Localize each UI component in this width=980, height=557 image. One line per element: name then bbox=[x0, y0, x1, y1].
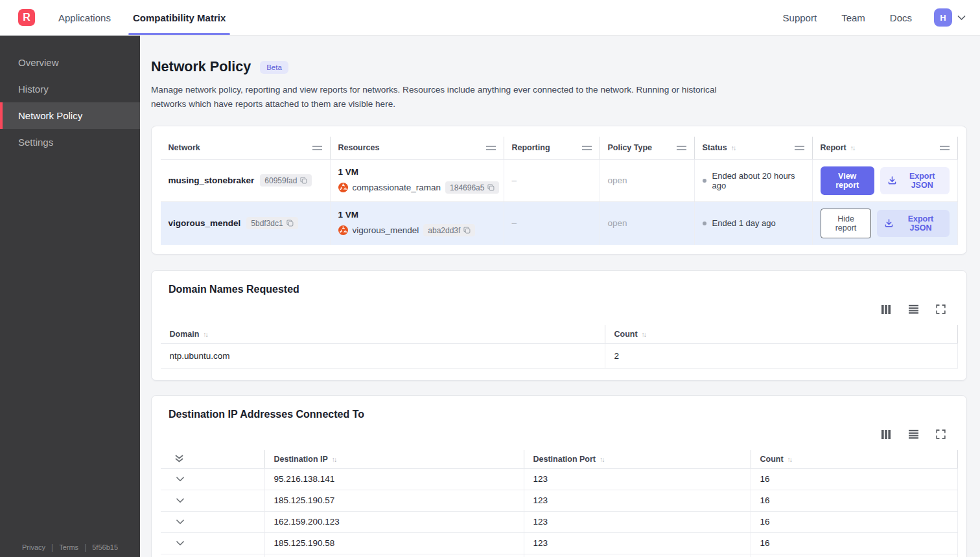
destination-port-cell: 123 bbox=[524, 533, 751, 554]
export-json-button[interactable]: Export JSON bbox=[877, 210, 949, 237]
status-dot bbox=[703, 222, 706, 225]
destinations-table: Destination IP ↑↓ Destination Port ↑↓ Co… bbox=[161, 450, 958, 557]
sort-icon[interactable]: ↑↓ bbox=[850, 144, 855, 152]
column-header-status: Status ↑↓ bbox=[694, 137, 812, 159]
column-label: Status bbox=[703, 143, 727, 152]
copy-icon[interactable] bbox=[286, 220, 294, 227]
destination-row: 95.216.100.21 123 16 bbox=[161, 554, 958, 557]
columns-icon[interactable] bbox=[881, 304, 891, 315]
topbar: R Applications Compatibility Matrix Supp… bbox=[0, 0, 980, 36]
tab-compatibility-matrix[interactable]: Compatibility Matrix bbox=[133, 0, 226, 35]
sort-icon[interactable]: ↑↓ bbox=[332, 455, 336, 463]
rows-icon[interactable] bbox=[908, 429, 919, 439]
destination-ip-cell: 162.159.200.123 bbox=[264, 512, 524, 532]
sort-icon[interactable]: ↑↓ bbox=[600, 455, 604, 463]
footer-divider: | bbox=[84, 543, 86, 552]
sort-icon[interactable]: ↑↓ bbox=[731, 144, 736, 152]
network-hash-pill: 5bdf3dc1 bbox=[246, 217, 298, 229]
columns-icon[interactable] bbox=[881, 429, 891, 440]
domains-card-title: Domain Names Requested bbox=[169, 284, 959, 295]
rows-icon[interactable] bbox=[908, 304, 919, 314]
column-header-report: Report ↑↓ bbox=[812, 137, 958, 159]
column-header-destination-port: Destination Port ↑↓ bbox=[524, 450, 751, 468]
footer-privacy-link[interactable]: Privacy bbox=[22, 543, 45, 551]
network-hash-pill: 60959fad bbox=[260, 174, 312, 187]
sidebar: Overview History Network Policy Settings… bbox=[0, 36, 140, 557]
column-header-destination-ip: Destination IP ↑↓ bbox=[264, 450, 524, 468]
footer-terms-link[interactable]: Terms bbox=[59, 543, 78, 551]
copy-icon[interactable] bbox=[487, 184, 495, 191]
column-label: Domain bbox=[170, 330, 200, 339]
destinations-table-body: 95.216.138.141 123 16 185.125.190.57 123 bbox=[161, 469, 958, 557]
column-menu-icon[interactable] bbox=[677, 146, 686, 150]
avatar[interactable]: H bbox=[934, 8, 952, 27]
destination-ip-cell: 95.216.138.141 bbox=[264, 469, 524, 490]
hide-report-button[interactable]: Hide report bbox=[821, 209, 872, 238]
column-header-reporting: Reporting bbox=[504, 137, 600, 159]
column-header-domain: Domain ↑↓ bbox=[161, 325, 605, 343]
table-toolbar bbox=[159, 303, 946, 316]
tab-applications[interactable]: Applications bbox=[58, 0, 111, 35]
sidebar-item-history[interactable]: History bbox=[0, 76, 140, 102]
sidebar-item-network-policy[interactable]: Network Policy bbox=[0, 102, 140, 129]
export-json-label: Export JSON bbox=[902, 172, 942, 190]
expand-icon[interactable] bbox=[936, 304, 946, 314]
status-text: Ended 1 day ago bbox=[712, 218, 776, 228]
double-chevron-down-icon[interactable] bbox=[175, 455, 183, 463]
copy-icon[interactable] bbox=[463, 227, 471, 234]
nav-team[interactable]: Team bbox=[841, 12, 865, 23]
expand-row-chevron-icon[interactable] bbox=[176, 541, 184, 546]
nav-support[interactable]: Support bbox=[783, 12, 817, 23]
sidebar-item-overview[interactable]: Overview bbox=[0, 49, 140, 76]
column-menu-icon[interactable] bbox=[582, 146, 592, 150]
app-logo[interactable]: R bbox=[18, 9, 35, 26]
column-label: Destination Port bbox=[533, 455, 596, 464]
sidebar-item-settings[interactable]: Settings bbox=[0, 129, 140, 155]
column-menu-icon[interactable] bbox=[486, 146, 496, 150]
network-name: musing_stonebraker bbox=[169, 176, 255, 185]
network-row: vigorous_mendel 5bdf3dc1 1 VM bbox=[161, 201, 958, 245]
network-name: vigorous_mendel bbox=[169, 218, 241, 228]
sort-icon[interactable]: ↑↓ bbox=[642, 330, 646, 338]
view-report-button[interactable]: View report bbox=[821, 166, 874, 195]
destination-ip-cell: 95.216.100.21 bbox=[264, 554, 524, 557]
sort-icon[interactable]: ↑↓ bbox=[788, 455, 792, 463]
domains-card: Domain Names Requested Domain ↑↓ Count ↑… bbox=[151, 270, 967, 381]
domain-row: ntp.ubuntu.com 2 bbox=[161, 344, 958, 369]
nav-docs[interactable]: Docs bbox=[890, 12, 912, 23]
destinations-card: Destination IP Addresses Connected To bbox=[151, 395, 967, 557]
expand-row-chevron-icon[interactable] bbox=[176, 477, 184, 482]
destination-count-cell: 16 bbox=[751, 469, 958, 490]
secondary-nav: Support Team Docs bbox=[783, 12, 912, 23]
chevron-down-icon[interactable] bbox=[957, 15, 966, 21]
status-dot bbox=[703, 179, 706, 183]
resource-hash: 184696a5 bbox=[450, 183, 484, 192]
expand-row-chevron-icon[interactable] bbox=[176, 498, 184, 503]
copy-icon[interactable] bbox=[300, 177, 307, 184]
table-toolbar bbox=[159, 428, 946, 441]
column-header-count: Count ↑↓ bbox=[605, 325, 958, 343]
page-description: Manage network policy, reporting and vie… bbox=[151, 83, 725, 111]
destination-port-cell: 123 bbox=[524, 554, 751, 557]
column-menu-icon[interactable] bbox=[940, 146, 950, 150]
domains-table: Domain ↑↓ Count ↑↓ ntp.ubuntu.com 2 bbox=[161, 325, 958, 369]
main-content: Network Policy Beta Manage network polic… bbox=[140, 0, 980, 557]
export-json-label: Export JSON bbox=[899, 214, 942, 233]
expand-row-chevron-icon[interactable] bbox=[176, 519, 184, 525]
column-menu-icon[interactable] bbox=[795, 146, 804, 150]
column-label: Count bbox=[614, 330, 638, 339]
destination-count-cell: 16 bbox=[751, 490, 958, 511]
resource-name: compassionate_raman bbox=[353, 183, 441, 192]
export-json-button[interactable]: Export JSON bbox=[880, 167, 950, 194]
destinations-card-title: Destination IP Addresses Connected To bbox=[169, 409, 959, 420]
resource-hash-pill: 184696a5 bbox=[445, 181, 499, 194]
destination-port-cell: 123 bbox=[524, 512, 751, 532]
expand-icon[interactable] bbox=[936, 429, 946, 439]
networks-table: Network Resources Reporting Policy Type bbox=[161, 137, 958, 245]
resource-name: vigorous_mendel bbox=[353, 225, 419, 235]
destination-row: 162.159.200.123 123 16 bbox=[161, 512, 958, 533]
column-label: Count bbox=[760, 455, 784, 464]
column-menu-icon[interactable] bbox=[312, 146, 322, 150]
column-label: Network bbox=[169, 143, 200, 152]
sort-icon[interactable]: ↑↓ bbox=[203, 330, 207, 338]
